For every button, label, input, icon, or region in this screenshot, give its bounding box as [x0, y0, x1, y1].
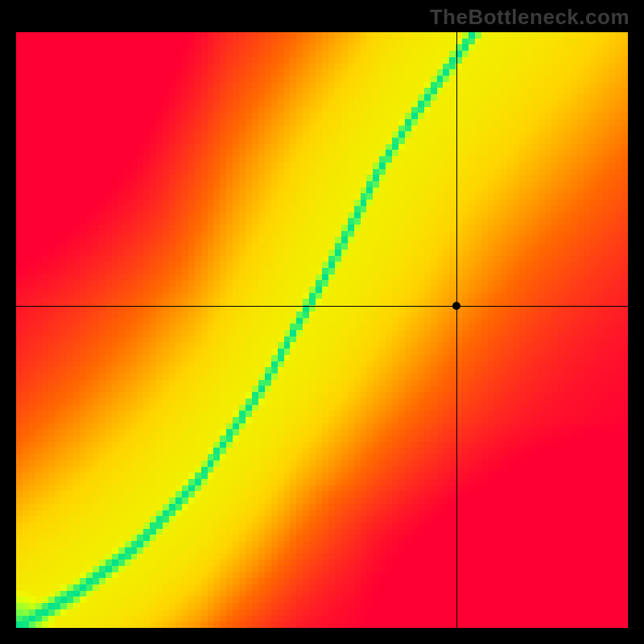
heatmap-plot: [16, 32, 628, 628]
crosshair-horizontal: [16, 306, 628, 307]
crosshair-vertical: [456, 32, 457, 628]
watermark-text: TheBottleneck.com: [430, 5, 630, 30]
heatmap-canvas: [16, 32, 628, 628]
chart-container: TheBottleneck.com: [0, 0, 644, 644]
marker-dot: [452, 302, 460, 310]
